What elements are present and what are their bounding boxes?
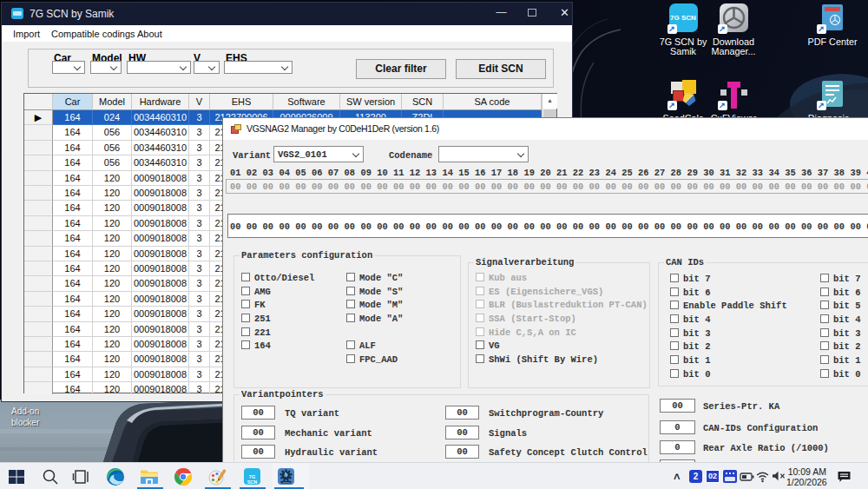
svg-text:vgsnag: vgsnag: [282, 481, 290, 484]
